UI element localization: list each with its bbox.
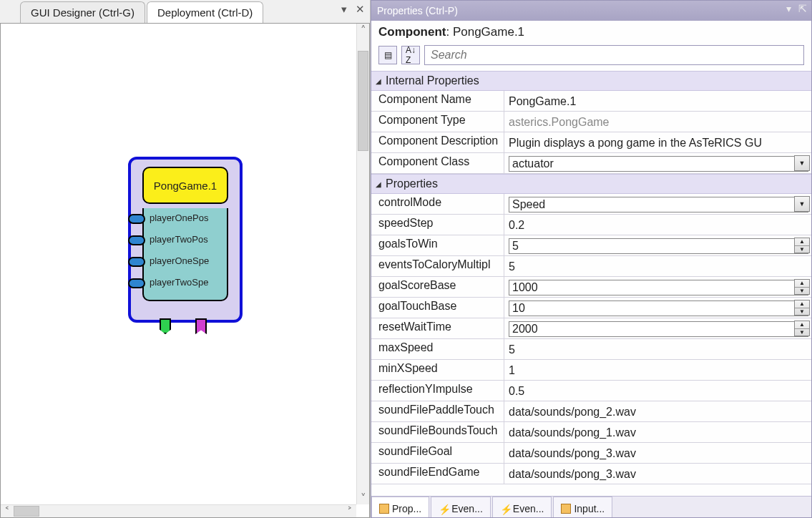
- lightning-icon: ⚡: [439, 504, 449, 514]
- canvas-vertical-scrollbar[interactable]: ˄ ˅: [356, 24, 369, 504]
- port-label: playerOnePos: [150, 212, 208, 223]
- property-value[interactable]: 1: [504, 360, 811, 380]
- scroll-left-icon[interactable]: ˂: [1, 505, 14, 517]
- dropdown-arrow-icon[interactable]: ▼: [794, 196, 810, 212]
- port-label: playerOneSpe: [150, 255, 209, 266]
- section-properties[interactable]: Properties: [371, 174, 811, 194]
- event-listener-port-icon[interactable]: [160, 318, 171, 334]
- pin-properties-icon[interactable]: ⇱: [797, 3, 808, 14]
- property-value[interactable]: 1000▲▼: [504, 277, 811, 297]
- input-port-playerTwoPos[interactable]: [128, 235, 145, 245]
- property-row: reflectionYImpulse0.5: [371, 381, 811, 401]
- property-row: Component DescriptionPlugin displays a p…: [371, 132, 811, 153]
- property-value[interactable]: data/sounds/pong_3.wav: [504, 443, 811, 463]
- property-value[interactable]: 10▲▼: [504, 298, 811, 318]
- property-row: eventsToCaloryMultipl5: [371, 256, 811, 277]
- event-trigger-port-icon[interactable]: [195, 318, 207, 334]
- scroll-up-icon[interactable]: ˄: [357, 24, 369, 36]
- deployment-canvas[interactable]: PongGame.1 playerOnePos playerTwoPos pla…: [0, 23, 370, 518]
- spinner-arrows-icon[interactable]: ▲▼: [794, 321, 810, 336]
- properties-bottom-tabs: Prop...⚡Even...⚡Even...Input...: [371, 496, 811, 517]
- properties-panel-header[interactable]: Properties (Ctrl-P) ▾ ⇱: [371, 1, 811, 21]
- port-label: playerTwoPos: [150, 234, 208, 245]
- spinner-arrows-icon[interactable]: ▲▼: [794, 300, 810, 316]
- component-node-ponggame[interactable]: PongGame.1 playerOnePos playerTwoPos pla…: [128, 157, 243, 323]
- property-key: goalTouchBase: [371, 298, 504, 318]
- property-key: Component Description: [371, 132, 504, 152]
- property-row: maxSpeed5: [371, 339, 811, 360]
- property-value[interactable]: data/sounds/pong_3.wav: [504, 464, 811, 484]
- input-port-playerTwoSpe[interactable]: [128, 278, 145, 288]
- property-key: Component Name: [371, 91, 504, 111]
- section-internal-properties[interactable]: Internal Properties: [371, 71, 811, 91]
- property-value[interactable]: actuator▼: [504, 153, 811, 173]
- scroll-thumb[interactable]: [14, 506, 39, 517]
- properties-icon: [379, 504, 389, 514]
- property-key: goalScoreBase: [371, 277, 504, 297]
- property-row: Component Classactuator▼: [371, 153, 811, 174]
- properties-panel-title: Properties (Ctrl-P): [377, 5, 458, 16]
- property-value[interactable]: data/sounds/pong_1.wav: [504, 422, 811, 442]
- property-value: asterics.PongGame: [504, 112, 811, 132]
- scroll-right-icon[interactable]: ˃: [343, 505, 356, 517]
- property-value[interactable]: Plugin displays a pong game in the AsTeR…: [504, 132, 811, 152]
- property-value[interactable]: 5: [504, 339, 811, 359]
- property-row: soundFileGoaldata/sounds/pong_3.wav: [371, 443, 811, 464]
- bottom-tab-label: Even...: [451, 503, 483, 514]
- property-key: controlMode: [371, 194, 504, 214]
- property-row: Component NamePongGame.1: [371, 91, 811, 112]
- property-row: soundFileEndGamedata/sounds/pong_3.wav: [371, 464, 811, 484]
- property-value[interactable]: 5▲▼: [504, 235, 811, 255]
- minimize-properties-icon[interactable]: ▾: [783, 3, 794, 14]
- tab-gui-designer[interactable]: GUI Designer (Ctrl-G): [20, 1, 145, 23]
- property-row: speedStep0.2: [371, 215, 811, 235]
- canvas-horizontal-scrollbar[interactable]: ˂ ˃: [1, 504, 356, 517]
- properties-search-input[interactable]: [424, 45, 804, 65]
- scroll-thumb[interactable]: [358, 51, 368, 151]
- input-ports-icon: [561, 504, 571, 514]
- component-heading: Component: PongGame.1: [371, 21, 811, 45]
- tab-deployment[interactable]: Deployment (Ctrl-D): [147, 1, 263, 23]
- spinner-arrows-icon[interactable]: ▲▼: [794, 279, 810, 295]
- property-key: soundFileEndGame: [371, 464, 504, 484]
- properties-toolbar: ▤ A↓Z: [371, 45, 811, 71]
- bottom-tab[interactable]: Input...: [553, 497, 612, 517]
- dropdown-arrow-icon[interactable]: ▼: [794, 155, 810, 171]
- property-row: soundFilePaddleTouchdata/sounds/pong_2.w…: [371, 401, 811, 422]
- port-label: playerTwoSpe: [150, 277, 208, 288]
- designer-tab-row: GUI Designer (Ctrl-G) Deployment (Ctrl-D…: [0, 0, 370, 23]
- property-value[interactable]: 5: [504, 256, 811, 276]
- property-key: Component Class: [371, 153, 504, 173]
- property-row: goalsToWin5▲▼: [371, 235, 811, 256]
- property-value[interactable]: 0.2: [504, 215, 811, 235]
- property-value[interactable]: 0.5: [504, 381, 811, 401]
- property-row: goalScoreBase1000▲▼: [371, 277, 811, 298]
- close-panel-icon[interactable]: ✕: [354, 4, 366, 15]
- property-value[interactable]: 2000▲▼: [504, 318, 811, 338]
- bottom-tab-label: Input...: [574, 503, 605, 514]
- property-value[interactable]: Speed▼: [504, 194, 811, 214]
- bottom-tab[interactable]: Prop...: [371, 497, 429, 517]
- minimize-panel-icon[interactable]: ▾: [338, 4, 350, 15]
- input-port-playerOneSpe[interactable]: [128, 257, 145, 267]
- property-value[interactable]: PongGame.1: [504, 91, 811, 111]
- property-row: soundFileBoundsTouchdata/sounds/pong_1.w…: [371, 422, 811, 443]
- spinner-arrows-icon[interactable]: ▲▼: [794, 238, 810, 253]
- input-port-playerOnePos[interactable]: [128, 214, 145, 224]
- properties-panel: Properties (Ctrl-P) ▾ ⇱ Component: PongG…: [371, 0, 812, 518]
- property-row: goalTouchBase10▲▼: [371, 298, 811, 318]
- property-key: resetWaitTime: [371, 318, 504, 338]
- scroll-down-icon[interactable]: ˅: [357, 492, 369, 504]
- property-row: controlModeSpeed▼: [371, 194, 811, 215]
- categorized-view-button[interactable]: ▤: [378, 46, 397, 64]
- property-key: minXSpeed: [371, 360, 504, 380]
- bottom-tab[interactable]: ⚡Even...: [492, 497, 552, 517]
- bottom-tab[interactable]: ⚡Even...: [431, 497, 491, 517]
- property-row: resetWaitTime2000▲▼: [371, 318, 811, 339]
- property-key: soundFileGoal: [371, 443, 504, 463]
- property-key: maxSpeed: [371, 339, 504, 359]
- property-value[interactable]: data/sounds/pong_2.wav: [504, 401, 811, 421]
- property-key: Component Type: [371, 112, 504, 132]
- alphabetical-sort-button[interactable]: A↓Z: [401, 46, 420, 64]
- designer-pane: GUI Designer (Ctrl-G) Deployment (Ctrl-D…: [0, 0, 371, 518]
